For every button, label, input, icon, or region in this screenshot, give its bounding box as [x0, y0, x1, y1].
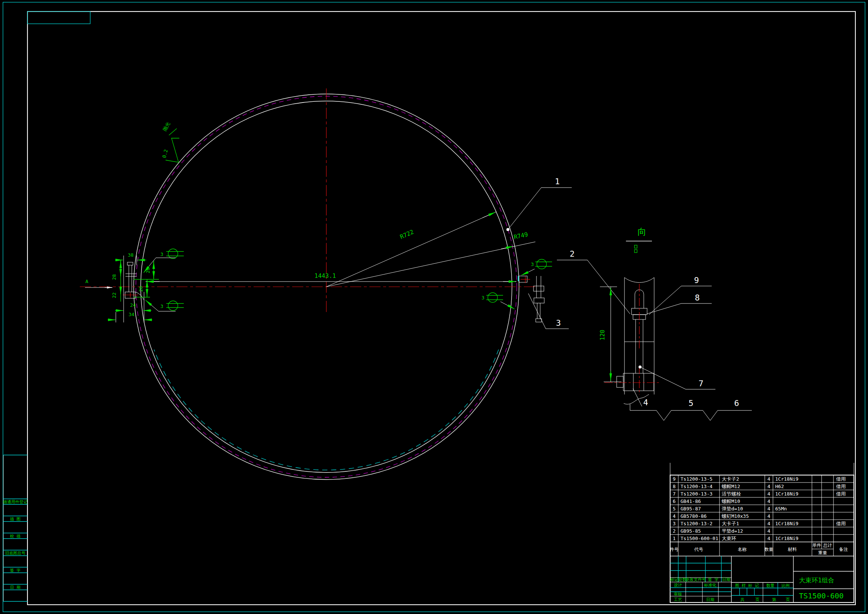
svg-text:65Mn: 65Mn [775, 506, 787, 511]
balloon-3: 3 [528, 294, 569, 329]
stamp-qty-label: 数量 [766, 583, 775, 588]
svg-text:GB41-86: GB41-86 [680, 499, 701, 504]
stamp-page-label: 页 [755, 597, 760, 602]
bom-header-total: 总计 [823, 542, 832, 548]
bom-header-code: 代号 [694, 547, 703, 552]
dim-28: 28 [112, 274, 117, 280]
sidebar-item-check-tracing: 校 描 [10, 534, 21, 539]
svg-text:Ts1200-13-2: Ts1200-13-2 [680, 521, 713, 526]
bom-header-material: 材料 [787, 547, 797, 552]
balloon-6-label: 6 [734, 399, 739, 408]
svg-text:4: 4 [767, 513, 770, 519]
svg-text:活节螺栓: 活节螺栓 [722, 491, 741, 497]
svg-text:4: 4 [767, 483, 770, 489]
svg-text:6: 6 [673, 499, 676, 504]
balloon-5-6: 5 6 [630, 399, 752, 420]
svg-text:3: 3 [160, 252, 163, 257]
svg-text:4: 4 [673, 513, 676, 519]
bom-header-qty: 数量 [764, 547, 773, 552]
title-block: 标记 处数 更改文件号 签 字 日期 设计 标准化 审核 工艺 日期 图 样 标… [670, 556, 854, 603]
roughness-symbol: 0.2 抛光 [161, 121, 179, 162]
ring-view: 1443.1 R722 R749 0.2 抛光 [80, 89, 630, 480]
svg-text:螺帽M10: 螺帽M10 [722, 499, 740, 504]
svg-text:7: 7 [673, 491, 676, 497]
svg-text:1: 1 [673, 536, 676, 541]
bom-row: 8 Ts1200-13-4 螺帽M12 4 H62 借用 [673, 483, 846, 489]
rev-header-docno: 更改文件号 [686, 577, 706, 582]
balloon-5-label: 5 [688, 399, 693, 408]
bom-row: 3 Ts1200-13-2 大卡子1 4 1Cr18Ni9 借用 [673, 521, 846, 526]
detail-view: 向 120 [599, 227, 752, 420]
dim-r749-text: R749 [513, 231, 529, 241]
view-direction-header: 向 [626, 227, 652, 253]
section-arrow-label: A [85, 278, 88, 284]
svg-text:4: 4 [767, 521, 770, 526]
svg-text:8: 8 [673, 483, 676, 489]
drawing-number: TS1500-600 [799, 591, 843, 600]
ring-hidden-arc [154, 350, 499, 470]
sidebar-item-signature: 签 字 [10, 568, 21, 573]
cad-drawing: 借通用件登记 描 图 校 描 旧底图总号 签 字 日 期 1443.1 R722 [0, 0, 868, 614]
roughness-note: 抛光 [161, 121, 171, 132]
svg-text:GB5780-86: GB5780-86 [680, 513, 707, 519]
drawing-title: 大束环1组合 [799, 577, 834, 584]
bom-header-remark: 备注 [839, 547, 848, 552]
svg-text:4: 4 [767, 499, 770, 504]
dim-120: 120 [599, 287, 622, 382]
bom-row: 1 Ts1500-600-01 大束环 4 1Cr18Ni9 [673, 536, 798, 541]
balloon-7-label: 7 [698, 379, 703, 388]
dim-r722-text: R722 [399, 228, 415, 240]
svg-text:3: 3 [531, 261, 534, 267]
svg-text:3: 3 [673, 521, 676, 526]
svg-text:借用: 借用 [836, 521, 846, 526]
balloon-8-label: 8 [694, 293, 699, 302]
svg-text:1Cr18Ni9: 1Cr18Ni9 [775, 536, 798, 541]
dim-diameter: 1443.1 [146, 272, 516, 281]
bom-row: 5 GB95-87 弹垫d=10 4 65Mn [673, 506, 787, 511]
cad-canvas: 借通用件登记 描 图 校 描 旧底图总号 签 字 日 期 1443.1 R722 [0, 0, 868, 614]
scale-mark [634, 245, 637, 248]
svg-text:借用: 借用 [836, 491, 846, 497]
sidebar-item-tracing: 描 图 [10, 517, 21, 522]
sidebar-item-old-drawing-no: 旧底图总号 [5, 551, 26, 556]
rev-header-date: 日期 [722, 577, 730, 582]
rev-header-mark: 标记 [670, 577, 678, 582]
balloon-1-label: 1 [555, 177, 560, 186]
bom-row: 2 GB95-85 平垫d=12 4 [673, 528, 770, 534]
dim-38: 38 [128, 252, 134, 258]
dim-20-lower: 20 [138, 286, 144, 292]
dim-radius-inner: R722 [326, 212, 496, 287]
stamp-mark-label: 图 样 标 记 [735, 583, 759, 588]
svg-text:Ts1200-13-5: Ts1200-13-5 [680, 476, 713, 482]
balloon-4: 4 [633, 389, 648, 407]
svg-text:Ts1500-600-01: Ts1500-600-01 [680, 536, 718, 541]
svg-text:9: 9 [673, 476, 676, 482]
svg-text:大束环: 大束环 [722, 536, 736, 541]
balloon-2: 2 [557, 249, 630, 314]
stamp-total-label: 共 [740, 597, 745, 602]
role-design: 设计 [674, 583, 682, 588]
scale-mark [634, 250, 637, 253]
svg-text:借用: 借用 [836, 476, 846, 482]
bom-row: 9 Ts1200-13-5 大卡子2 4 1Cr18Ni9 借用 [673, 476, 846, 482]
corner-reference-box [28, 11, 90, 24]
svg-text:弹垫d=10: 弹垫d=10 [722, 506, 743, 511]
balloon-4-label: 4 [643, 398, 648, 407]
bom-row: 7 Ts1200-13-3 活节螺栓 4 1Cr18Ni9 借用 [673, 491, 846, 497]
svg-text:平垫d=12: 平垫d=12 [722, 528, 743, 534]
left-clamp: 38 28 22 20 20 24 34 [85, 249, 184, 322]
role-date: 日期 [706, 597, 714, 602]
svg-text:大卡子2: 大卡子2 [722, 476, 739, 482]
weld-symbol-upper-right: 3 [521, 259, 552, 275]
section-arrow-a: A [85, 278, 113, 288]
balloon-9-label: 9 [694, 276, 699, 285]
weld-symbol-lower-right: 3 [482, 293, 515, 309]
svg-text:1Cr18Ni9: 1Cr18Ni9 [775, 476, 798, 482]
role-standardize: 标准化 [704, 583, 716, 588]
svg-text:1Cr18Ni9: 1Cr18Ni9 [775, 491, 798, 497]
bom-header-no: 件号 [670, 547, 679, 552]
svg-text:Ts1200-13-4: Ts1200-13-4 [680, 483, 713, 489]
svg-text:4: 4 [767, 491, 770, 497]
dim-diameter-text: 1443.1 [315, 272, 336, 279]
balloon-7: 7 [639, 365, 715, 389]
